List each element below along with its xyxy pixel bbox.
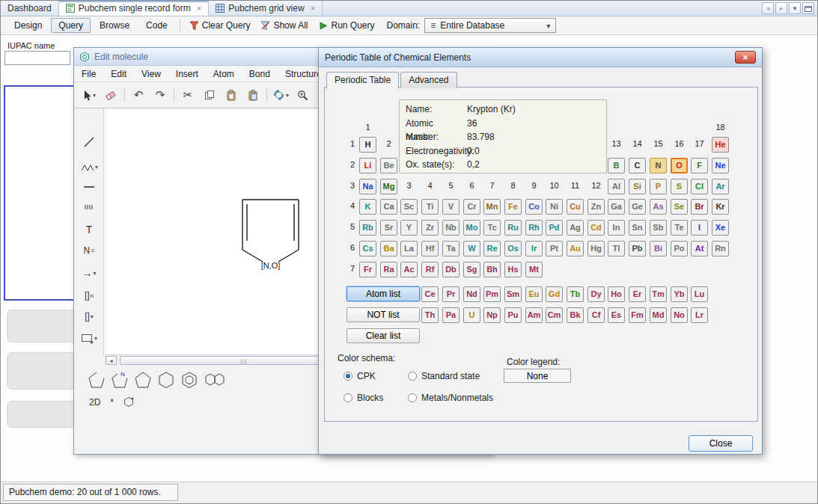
element-os[interactable]: Os [504,241,522,256]
element-y[interactable]: Y [400,220,418,236]
element-po[interactable]: Po [671,241,688,256]
not-list-button[interactable]: NOT list [347,307,420,322]
element-cm[interactable]: Cm [546,307,563,323]
element-c[interactable]: C [629,158,646,173]
element-ac[interactable]: Ac [400,262,418,277]
element-sg[interactable]: Sg [463,262,480,277]
chain-tool[interactable]: ▾ [76,157,102,176]
element-in[interactable]: In [608,220,625,236]
element-rf[interactable]: Rf [421,262,439,277]
element-ar[interactable]: Ar [712,179,729,194]
element-u[interactable]: U [463,307,480,323]
element-mg[interactable]: Mg [380,179,397,194]
element-pt[interactable]: Pt [546,241,563,256]
tab-advanced[interactable]: Advanced [400,72,457,88]
element-rb[interactable]: Rb [359,220,376,236]
paste-button[interactable] [223,87,239,103]
element-br[interactable]: Br [691,199,708,215]
redo-button[interactable]: ↷ [152,87,168,103]
tab-close-icon[interactable]: × [311,4,315,13]
aromatize-button[interactable]: ▾ [272,87,289,103]
element-cr[interactable]: Cr [463,199,480,215]
element-ra[interactable]: Ra [380,262,397,277]
element-i[interactable]: I [691,220,708,236]
undo-button[interactable]: ↶ [130,87,147,103]
element-md[interactable]: Md [650,307,667,323]
repeat-group-bracket-tool[interactable]: []n [76,286,102,305]
dialog-close-button[interactable]: × [735,51,756,64]
show-all-button[interactable]: Show All [256,19,312,31]
element-pm[interactable]: Pm [483,286,501,302]
menu-insert[interactable]: Insert [168,67,206,81]
element-ag[interactable]: Ag [567,220,584,236]
copy-button[interactable] [201,87,218,103]
dimension-toggle[interactable]: 2D [89,397,100,408]
tab-list-dropdown-button[interactable]: ▾ [789,2,801,14]
element-b[interactable]: B [608,158,625,173]
element-tb[interactable]: Tb [567,286,584,302]
template-cyclopentadiene[interactable] [134,371,152,390]
element-tm[interactable]: Tm [650,286,667,302]
element-f[interactable]: F [691,158,708,173]
element-hf[interactable]: Hf [421,241,439,256]
element-sm[interactable]: Sm [504,286,522,302]
maximize-view-button[interactable] [802,2,814,14]
multiple-bond-tool[interactable] [76,197,102,217]
clear-list-button[interactable]: Clear list [347,328,420,343]
element-sc[interactable]: Sc [400,199,418,215]
element-mo[interactable]: Mo [463,220,480,236]
element-sr[interactable]: Sr [380,220,397,236]
paste-special-button[interactable] [245,87,261,103]
element-zr[interactable]: Zr [421,220,439,236]
element-pd[interactable]: Pd [546,220,563,236]
domain-select[interactable]: ≡ Entire Database ▾ [424,18,556,33]
mode-browse-button[interactable]: Browse [92,18,137,33]
color-legend-none-button[interactable]: None [504,369,571,383]
template-cyclohexane[interactable] [157,371,175,390]
element-np[interactable]: Np [483,307,501,323]
element-bh[interactable]: Bh [483,262,501,277]
rail-overflow-icon[interactable]: ▸ [91,338,94,345]
menu-atom[interactable]: Atom [206,67,242,81]
element-es[interactable]: Es [608,307,625,323]
element-cl[interactable]: Cl [691,179,708,194]
element-at[interactable]: At [691,241,708,256]
element-cf[interactable]: Cf [587,307,605,323]
template-pyrrolidine[interactable]: N [111,371,129,390]
element-fr[interactable]: Fr [359,262,376,277]
menu-bond[interactable]: Bond [242,67,278,81]
element-be[interactable]: Be [380,158,397,173]
scroll-tabs-right-button[interactable]: ▸ [775,2,787,14]
element-co[interactable]: Co [525,199,543,215]
element-ta[interactable]: Ta [442,241,460,256]
element-ru[interactable]: Ru [504,220,522,236]
element-ce[interactable]: Ce [421,286,439,302]
element-dy[interactable]: Dy [587,286,605,302]
element-hs[interactable]: Hs [504,262,522,277]
tab-periodic-table[interactable]: Periodic Table [326,72,399,89]
cut-button[interactable]: ✂ [180,87,196,103]
rectangle-select-tool[interactable]: ▾ [76,328,102,348]
element-gd[interactable]: Gd [546,286,563,302]
element-bk[interactable]: Bk [567,307,584,323]
element-al[interactable]: Al [608,179,625,194]
element-tc[interactable]: Tc [483,220,501,236]
menu-view[interactable]: View [134,67,168,81]
element-ho[interactable]: Ho [608,286,625,302]
element-te[interactable]: Te [671,220,688,236]
element-er[interactable]: Er [629,286,646,302]
dialog-titlebar[interactable]: Periodic Table of Chemical Elements × [319,48,762,67]
reaction-arrow-tool[interactable]: → ▾ [76,263,102,283]
element-db[interactable]: Db [442,262,460,277]
tab-dashboard[interactable]: Dashboard [1,1,59,16]
ring-template-button[interactable] [123,396,134,409]
menu-file[interactable]: File [74,67,103,81]
element-ni[interactable]: Ni [546,199,563,215]
element-hg[interactable]: Hg [587,241,605,256]
element-rh[interactable]: Rh [525,220,543,236]
clear-query-button[interactable]: Clear Query [185,19,255,31]
element-yb[interactable]: Yb [671,286,688,302]
mode-query-button[interactable]: Query [51,18,91,33]
element-nd[interactable]: Nd [463,286,480,302]
element-fe[interactable]: Fe [504,199,522,215]
